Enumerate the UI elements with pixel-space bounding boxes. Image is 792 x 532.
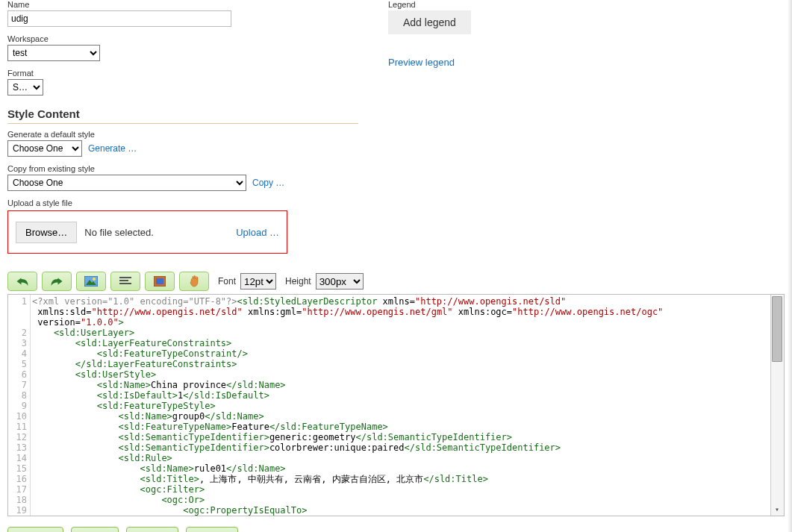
code-editor[interactable]: 1234567891011121314151617181920212223 <?… [7,294,785,516]
workspace-select[interactable]: test [7,45,100,61]
undo-button[interactable] [7,272,37,291]
color-icon [154,276,166,287]
workspace-label: Workspace [7,34,358,43]
name-input[interactable] [7,10,231,27]
height-label: Height [285,276,311,287]
format-label: Format [7,69,358,78]
copy-label: Copy from existing style [7,164,358,173]
preview-legend-link[interactable]: Preview legend [388,57,455,68]
browse-button[interactable]: Browse… [16,222,77,243]
reformat-button[interactable] [110,272,140,291]
image-icon [84,276,98,287]
scroll-thumb[interactable] [772,296,782,362]
copy-select[interactable]: Choose One [7,175,246,191]
svg-rect-3 [119,277,131,278]
font-label: Font [218,276,236,287]
editor-scrollbar[interactable]: ▾ [770,295,784,516]
svg-rect-5 [119,283,131,284]
image-button[interactable] [76,272,106,291]
scroll-down-icon[interactable]: ▾ [770,504,784,516]
editor-code[interactable]: <?xml version="1.0" encoding="UTF-8"?><s… [31,295,784,516]
generate-link[interactable]: Generate … [88,143,137,154]
copy-link[interactable]: Copy … [252,178,284,188]
cancel-button[interactable]: Cancel [186,527,237,532]
upload-box: Browse… No file selected. Upload … [7,210,287,254]
validate-button[interactable]: Validate [7,527,63,532]
color-button[interactable] [145,272,175,291]
svg-rect-4 [119,280,128,281]
submit-button[interactable]: Submit [126,527,179,532]
lines-icon [119,276,131,287]
name-label: Name [7,0,358,9]
undo-icon [16,276,29,287]
height-select[interactable]: 300px [316,273,364,290]
generate-select[interactable]: Choose One [7,140,82,157]
format-select[interactable]: S… [7,79,43,96]
redo-icon [50,276,63,287]
upload-label: Upload a style file [7,198,358,207]
style-content-heading: Style Content [7,107,358,124]
right-edge-shadow [788,0,792,532]
editor-gutter: 1234567891011121314151617181920212223 [8,295,31,516]
svg-point-2 [93,278,96,281]
svg-rect-7 [156,278,163,284]
hand-icon [188,275,200,287]
generate-label: Generate a default style [7,130,358,139]
font-select[interactable]: 12pt [240,273,276,290]
apply-button[interactable]: Apply [71,527,118,532]
no-file-text: No file selected. [84,227,228,238]
add-legend-button[interactable]: Add legend [388,10,471,34]
legend-label: Legend [388,0,785,9]
hand-button[interactable] [179,272,209,291]
redo-button[interactable] [42,272,72,291]
upload-link[interactable]: Upload … [236,227,279,238]
